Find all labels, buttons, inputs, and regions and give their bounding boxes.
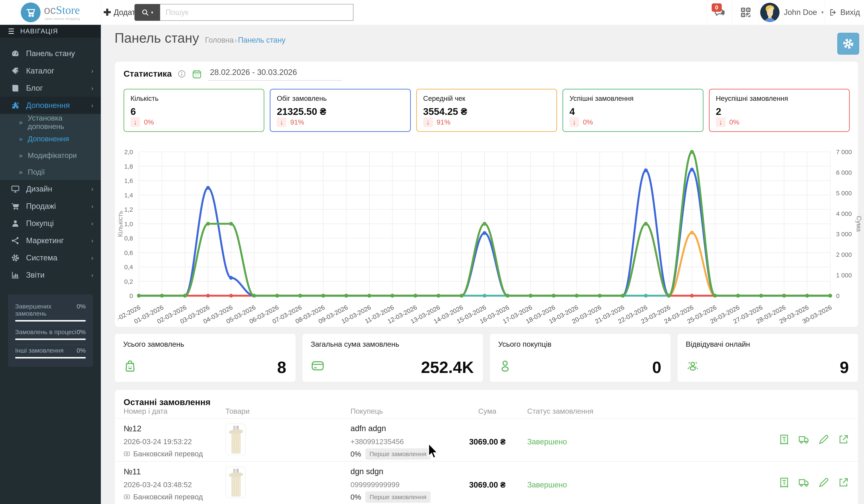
stat-card-quantity: Кількість 6 ↓0% <box>123 89 264 132</box>
invoice-button[interactable]: $ <box>778 434 790 445</box>
svg-text:$: $ <box>783 481 785 485</box>
customer-icon <box>498 359 512 373</box>
stat-card-value: 2 <box>716 106 843 117</box>
breadcrumb-current-link[interactable]: Панель стану <box>238 36 285 44</box>
logout-button[interactable]: Вихід <box>825 0 864 25</box>
sidebar-item-reports[interactable]: Звіти › <box>0 266 101 283</box>
open-order-button[interactable] <box>838 434 849 445</box>
stat-card-average-check: Середній чек 3554.25 ₴ ↓91% <box>416 89 557 132</box>
svg-text:6 000: 6 000 <box>836 169 852 176</box>
submenu-item-installer[interactable]: » Установка доповнень <box>0 114 101 131</box>
notifications-badge: 0 <box>712 3 722 12</box>
submenu-item-modifications[interactable]: » Модифікатори <box>0 147 101 163</box>
order-status: Завершено <box>527 438 567 446</box>
sidebar-item-design[interactable]: Дизайн › <box>0 180 101 197</box>
main-content: Панель стану Головна › Панель стану Стат… <box>101 25 864 504</box>
svg-text:4 000: 4 000 <box>836 210 852 217</box>
sidebar-item-label: Блог <box>26 84 43 93</box>
stat-card-failed-orders: Неуспішні замовлення 2 ↓0% <box>709 89 850 132</box>
customer-percent: 0% <box>350 493 361 501</box>
stat-card-delta: 0% <box>144 118 154 126</box>
submenu-item-events[interactable]: » Події <box>0 163 101 180</box>
stat-card-value: 21325.50 ₴ <box>277 106 404 117</box>
orders-line-chart: 00,20,40,60,81,01,21,41,61,82,001 0002 0… <box>118 147 862 324</box>
double-chevron-icon: » <box>19 119 23 126</box>
qr-menu-button[interactable] <box>732 0 759 25</box>
invoice-button[interactable]: $ <box>778 477 790 489</box>
avatar <box>760 3 780 22</box>
sidebar-item-customers[interactable]: Покупці › <box>0 214 101 232</box>
logout-icon <box>829 8 837 16</box>
bar-chart-icon <box>11 271 26 280</box>
product-thumbnail[interactable] <box>226 423 245 455</box>
dashboard-settings-button[interactable] <box>837 33 859 54</box>
chevron-right-icon: › <box>91 85 93 92</box>
order-stat-label: Завершених замовлень <box>15 303 77 317</box>
order-total: 3069.00 ₴ <box>430 438 505 446</box>
summary-card-value: 9 <box>840 358 849 377</box>
summary-card-total-sum: Загальна сума замовлень 252.4K <box>302 333 483 382</box>
submenu-item-extensions[interactable]: » Доповнення <box>0 131 101 147</box>
order-status: Завершено <box>527 480 567 489</box>
user-menu[interactable]: John Doe ▾ <box>759 0 825 25</box>
sidebar-item-system[interactable]: Система › <box>0 249 101 266</box>
summary-card-online-visitors: Відвідувачі онлайн 9 <box>677 333 859 382</box>
gear-icon <box>11 254 26 262</box>
shipping-button[interactable] <box>798 477 810 489</box>
arrow-down-icon: ↓ <box>569 118 579 127</box>
sidebar-item-marketing[interactable]: Маркетинг › <box>0 232 101 249</box>
sidebar-item-label: Звіти <box>26 271 45 280</box>
chevron-right-icon: › <box>91 237 93 244</box>
payment-method: Банковский перевод <box>133 493 203 501</box>
nav-title: НАВІГАЦІЯ <box>20 27 58 35</box>
sidebar-item-label: Покупці <box>26 219 54 228</box>
stat-card-label: Успішні замовлення <box>569 95 696 102</box>
mouse-cursor <box>427 443 441 462</box>
breadcrumb-home-link[interactable]: Головна <box>205 36 233 44</box>
sidebar-item-label: Доповнення <box>26 101 70 110</box>
submenu-item-label: Доповнення <box>28 135 69 143</box>
date-range-input[interactable]: 28.02.2026 - 30.03.2026 <box>208 67 342 81</box>
open-order-button[interactable] <box>838 477 849 489</box>
summary-card-total-orders: Усього замовлень 8 <box>115 333 296 382</box>
arrow-down-icon: ↓ <box>716 118 725 127</box>
edit-button[interactable] <box>818 434 829 445</box>
payment-card-icon <box>123 493 130 500</box>
perfume-bottle-body <box>231 433 241 453</box>
stat-card-value: 6 <box>131 106 257 117</box>
qr-code-icon <box>740 7 752 18</box>
order-stat-row: Замовлень в процесі 0% <box>15 326 86 345</box>
search-button[interactable]: ▾ <box>134 4 160 21</box>
sidebar-item-label: Маркетинг <box>26 236 64 245</box>
search-bar: ▾ <box>134 4 353 21</box>
svg-text:0: 0 <box>130 292 133 299</box>
product-thumbnail[interactable] <box>226 467 245 498</box>
puzzle-icon <box>11 101 26 110</box>
hamburger-icon: ☰ <box>8 27 15 36</box>
submenu-item-label: Установка доповнень <box>28 114 101 131</box>
logo[interactable]: ocStore open source shopping <box>0 0 101 25</box>
sidebar-item-catalog[interactable]: Каталог › <box>0 62 101 79</box>
svg-text:0,8: 0,8 <box>124 235 133 242</box>
sidebar-item-blog[interactable]: Блог › <box>0 79 101 97</box>
double-chevron-icon: » <box>19 135 23 143</box>
calendar-icon[interactable] <box>192 69 202 79</box>
notifications-button[interactable]: 0 <box>707 0 732 25</box>
edit-button[interactable] <box>818 477 829 489</box>
shipping-button[interactable] <box>798 434 810 445</box>
sidebar-nav-header[interactable]: ☰ НАВІГАЦІЯ <box>0 25 101 38</box>
sidebar-item-extensions[interactable]: Доповнення › <box>0 97 101 114</box>
customer-contact: 099999999999 <box>350 480 400 489</box>
sidebar-item-label: Каталог <box>26 66 55 75</box>
summary-card-total-customers: Усього покупців 0 <box>490 333 671 382</box>
sidebar-item-sales[interactable]: Продажі › <box>0 197 101 214</box>
search-input[interactable] <box>160 4 353 21</box>
column-header-status: Статус замовлення <box>527 407 593 415</box>
gear-icon <box>842 37 854 50</box>
stat-card-label: Середній чек <box>423 95 550 102</box>
sidebar-item-dashboard[interactable]: Панель стану <box>0 45 101 62</box>
progress-bar <box>15 357 86 358</box>
top-header: ocStore open source shopping ✚ Додати ▾ … <box>0 0 864 25</box>
stat-card-value: 4 <box>569 106 696 117</box>
customer-percent: 0% <box>350 450 361 458</box>
